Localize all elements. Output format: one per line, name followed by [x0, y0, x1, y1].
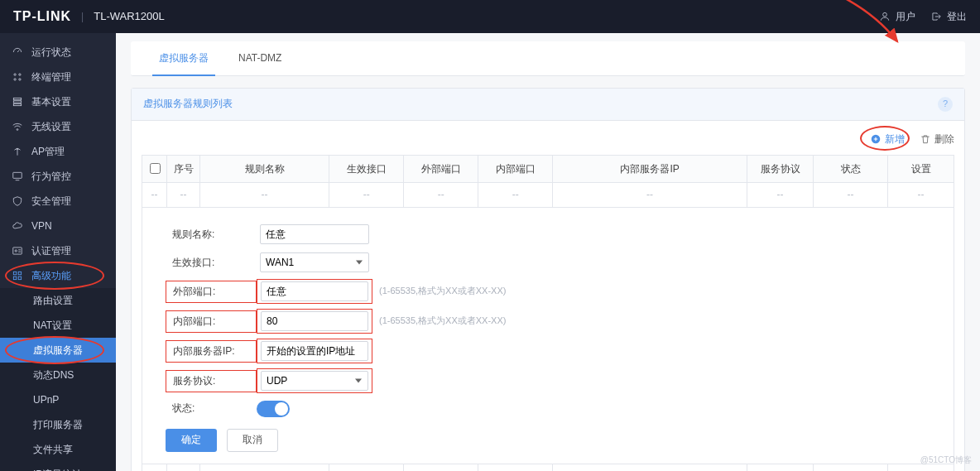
empty-cell: --	[814, 183, 888, 208]
logout-label: 登出	[947, 10, 967, 24]
delete-button[interactable]: 删除	[920, 132, 954, 147]
id-icon	[12, 245, 23, 257]
svg-point-1	[14, 74, 16, 75]
sidebar-sub-virtual-server[interactable]: 虚拟服务器	[0, 338, 116, 363]
svg-rect-7	[13, 103, 21, 105]
form-int-hint: (1-65535,格式为XX或者XX-XX)	[379, 315, 506, 327]
sidebar-item-auth[interactable]: 认证管理	[0, 238, 116, 263]
trash-icon	[920, 133, 931, 145]
form-int-input[interactable]	[261, 311, 368, 331]
svg-point-0	[883, 12, 887, 17]
antenna-icon	[12, 146, 23, 157]
table-row: 1 wakeup WAN1 9988 80 192.168.1.188 UDP …	[142, 464, 954, 471]
sidebar-item-behavior[interactable]: 行为管控	[0, 164, 116, 189]
sidebar-sub-label: 打印服务器	[33, 418, 83, 432]
col-ip: 内部服务器IP	[553, 155, 747, 183]
cloud-icon	[12, 220, 23, 232]
panel-header: 虚拟服务器规则列表 ?	[132, 89, 964, 121]
sidebar-sub-label: NAT设置	[33, 319, 72, 333]
add-label: 新增	[885, 132, 905, 147]
tab-virtual-server[interactable]: 虚拟服务器	[144, 41, 223, 75]
form-cancel-button[interactable]: 取消	[227, 429, 278, 452]
svg-rect-14	[18, 272, 22, 275]
svg-rect-13	[13, 272, 17, 275]
svg-rect-16	[18, 276, 22, 280]
form-proto-label: 服务协议:	[166, 370, 257, 392]
empty-cell: --	[747, 183, 814, 208]
form-name-input[interactable]	[260, 224, 369, 244]
empty-cell: --	[478, 183, 553, 208]
empty-cell: --	[142, 183, 167, 208]
dashboard-icon	[12, 46, 23, 58]
watermark: @51CTO博客	[920, 454, 972, 466]
sidebar-item-terminal[interactable]: 终端管理	[0, 65, 116, 89]
sidebar-item-basic[interactable]: 基本设置	[0, 89, 116, 114]
empty-cell: --	[553, 183, 747, 208]
panel-title: 虚拟服务器规则列表	[143, 97, 233, 111]
svg-rect-11	[13, 248, 22, 254]
form-iface-select[interactable]: WAN1	[260, 252, 369, 272]
sidebar-item-security[interactable]: 安全管理	[0, 189, 116, 214]
user-label: 用户	[896, 10, 915, 24]
col-proto: 服务协议	[747, 155, 814, 183]
sidebar-sub-print[interactable]: 打印服务器	[0, 412, 116, 437]
sidebar-item-label: 无线设置	[31, 120, 71, 134]
help-icon[interactable]: ?	[938, 97, 953, 112]
svg-rect-10	[13, 172, 22, 178]
tab-nat-dmz[interactable]: NAT-DMZ	[223, 41, 296, 75]
row-index: 1	[167, 464, 200, 471]
col-actions: 设置	[888, 155, 954, 183]
form-ext-hint: (1-65535,格式为XX或者XX-XX)	[379, 285, 506, 297]
form-proto-select[interactable]: UDP	[261, 371, 368, 391]
logout-button[interactable]: 登出	[930, 10, 967, 24]
device-model: TL-WAR1200L	[94, 9, 165, 24]
svg-point-8	[17, 129, 18, 131]
form-state-toggle[interactable]	[257, 401, 290, 417]
sidebar-item-ap[interactable]: AP管理	[0, 139, 116, 164]
row-ip: 192.168.1.188	[553, 464, 747, 471]
sidebar-item-status[interactable]: 运行状态	[0, 40, 116, 65]
sidebar-item-label: 基本设置	[31, 95, 71, 109]
sidebar: 运行状态 终端管理 基本设置 无线设置 AP管理 行为管控 安全管理 VPN	[0, 33, 116, 471]
sidebar-sub-ipstats[interactable]: IP流量统计	[0, 462, 116, 471]
settings-basic-icon	[12, 96, 23, 108]
plus-circle-icon	[870, 133, 882, 145]
sidebar-item-label: 认证管理	[31, 244, 71, 258]
form-ext-input[interactable]	[261, 281, 368, 301]
monitor-icon	[12, 171, 23, 182]
add-button[interactable]: 新增	[870, 132, 905, 147]
row-int: 80	[478, 464, 553, 471]
select-all-checkbox[interactable]	[150, 163, 161, 174]
brand-separator: |	[81, 10, 84, 24]
user-menu[interactable]: 用户	[879, 10, 915, 24]
sidebar-item-label: 高级功能	[31, 269, 71, 283]
row-ext: 9988	[404, 464, 478, 471]
sidebar-item-vpn[interactable]: VPN	[0, 214, 116, 238]
grid-icon	[12, 270, 23, 281]
sidebar-sub-upnp[interactable]: UPnP	[0, 387, 116, 412]
form-ip-input[interactable]	[261, 341, 368, 361]
brand-logo: TP-LINK	[13, 7, 71, 26]
tabs-bar: 虚拟服务器 NAT-DMZ	[131, 41, 965, 76]
sidebar-item-label: 运行状态	[31, 46, 71, 60]
svg-point-3	[14, 79, 16, 80]
rule-form: 规则名称: 生效接口: WAN1 外部端口:	[142, 208, 954, 464]
col-index: 序号	[167, 155, 200, 183]
form-ip-label: 内部服务器IP:	[166, 340, 257, 363]
sidebar-sub-ddns[interactable]: 动态DNS	[0, 363, 116, 387]
row-name: wakeup	[200, 464, 329, 471]
form-state-label: 状态:	[166, 398, 257, 419]
sidebar-sub-route[interactable]: 路由设置	[0, 288, 116, 313]
svg-rect-6	[13, 101, 21, 103]
sidebar-item-advanced[interactable]: 高级功能	[0, 263, 116, 288]
sidebar-sub-nat[interactable]: NAT设置	[0, 313, 116, 338]
toolbar: 新增 删除	[132, 121, 964, 150]
rules-panel: 虚拟服务器规则列表 ? 新增 删除	[131, 88, 965, 471]
col-int: 内部端口	[478, 155, 553, 183]
empty-cell: --	[167, 183, 200, 208]
sidebar-sub-label: 动态DNS	[33, 368, 74, 382]
sidebar-item-wireless[interactable]: 无线设置	[0, 114, 116, 139]
sidebar-sub-fileshare[interactable]: 文件共享	[0, 437, 116, 462]
form-ok-button[interactable]: 确定	[166, 429, 217, 452]
form-name-label: 规则名称:	[166, 224, 257, 245]
